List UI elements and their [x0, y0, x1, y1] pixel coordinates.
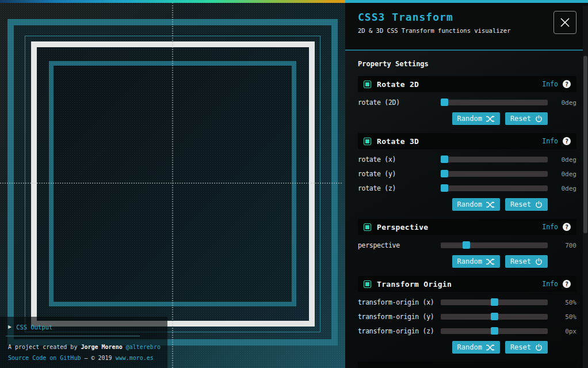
panel-header: CSS3 Transform 2D & 3D CSS Transform fun… [345, 3, 588, 51]
slider-row: transform-origin (x) 50% [358, 298, 576, 306]
slider-track[interactable] [441, 171, 548, 177]
section-rotate-3d: Rotate 3D Info ? rotate (x) 0deg rotate … [358, 133, 576, 211]
credits-copyright: — © 2019 [81, 355, 115, 361]
credits-prefix: A project created by [8, 344, 81, 350]
slider-handle[interactable] [491, 313, 498, 320]
slider-label: rotate (z) [358, 184, 441, 192]
random-button[interactable]: Random [452, 112, 500, 125]
info-link[interactable]: Info [542, 223, 558, 231]
reset-button[interactable]: Reset [505, 255, 548, 268]
credits-line-2: Source Code on GitHub — © 2019 www.moro.… [8, 352, 167, 363]
css-output-panel: ▶ CSS Output A project created by Jorge … [0, 317, 167, 368]
slider-value: 0deg [548, 156, 576, 164]
random-button[interactable]: Random [452, 255, 500, 268]
slider-row: perspective 700 [358, 241, 576, 249]
slider-row: rotate (x) 0deg [358, 155, 576, 164]
checkbox-checked-icon [365, 282, 369, 286]
shuffle-icon [486, 344, 495, 351]
shuffle-icon [486, 202, 495, 208]
section-enabled-checkbox[interactable] [364, 138, 371, 145]
slider-track[interactable] [441, 157, 548, 162]
slider-row: transform-origin (z) 0px [358, 327, 576, 335]
random-label: Random [457, 115, 482, 123]
help-icon[interactable]: ? [563, 137, 571, 145]
section-title: Rotate 2D [377, 80, 419, 89]
section-header: Rotate 3D Info ? [358, 133, 576, 149]
slider-label: perspective [358, 241, 441, 249]
settings-heading: Property Settings [358, 60, 576, 68]
slider-track[interactable] [441, 185, 548, 191]
slider-value: 0deg [548, 99, 576, 107]
author-handle-link[interactable]: @alterebro [126, 344, 161, 350]
section-enabled-checkbox[interactable] [364, 280, 371, 288]
info-link[interactable]: Info [542, 137, 558, 145]
collapse-arrow-icon: ▶ [8, 325, 12, 329]
section-header: Perspective Info ? [358, 219, 576, 235]
panel-scrollbar-track[interactable] [583, 6, 588, 368]
help-icon[interactable]: ? [563, 223, 571, 231]
css-output-toggle[interactable]: ▶ CSS Output [8, 324, 167, 331]
reset-label: Reset [510, 343, 531, 351]
shuffle-icon [486, 116, 495, 122]
slider-value: 0px [548, 328, 576, 335]
power-icon [535, 201, 543, 208]
slider-track[interactable] [441, 328, 548, 334]
slider-value: 0deg [548, 170, 576, 178]
website-link[interactable]: www.moro.es [116, 355, 154, 361]
credits-author: Jorge Moreno [81, 344, 122, 350]
section-perspective: Perspective Info ? perspective 700 Rando… [358, 219, 576, 268]
transform-visualizer-stage [0, 0, 345, 368]
reset-label: Reset [510, 257, 531, 265]
reset-button[interactable]: Reset [505, 341, 548, 354]
slider-handle[interactable] [441, 170, 448, 177]
info-link[interactable]: Info [542, 280, 558, 288]
help-icon[interactable]: ? [563, 80, 571, 88]
slider-row: transform-origin (y) 50% [358, 313, 576, 321]
random-button[interactable]: Random [452, 198, 500, 211]
slider-track[interactable] [441, 242, 548, 248]
random-label: Random [457, 257, 482, 265]
slider-track[interactable] [441, 299, 548, 305]
slider-track[interactable] [441, 100, 548, 105]
section-title: Perspective [377, 223, 428, 232]
section-actions: Random Reset [358, 341, 548, 354]
slider-value: 700 [548, 242, 576, 249]
source-code-link[interactable]: Source Code on GitHub [8, 355, 81, 361]
settings-panel: CSS3 Transform 2D & 3D CSS Transform fun… [345, 0, 588, 368]
slider-handle[interactable] [441, 184, 448, 192]
reset-button[interactable]: Reset [505, 198, 548, 211]
section-actions: Random Reset [358, 112, 548, 125]
slider-handle[interactable] [463, 241, 470, 249]
checkbox-checked-icon [365, 139, 369, 143]
random-label: Random [457, 200, 482, 208]
slider-label: transform-origin (x) [358, 298, 441, 306]
section-actions: Random Reset [358, 255, 548, 268]
slider-label: rotate (x) [358, 155, 441, 164]
section-enabled-checkbox[interactable] [364, 81, 371, 88]
top-gradient-bar [0, 0, 345, 3]
reset-button[interactable]: Reset [505, 112, 548, 125]
checkbox-checked-icon [365, 225, 369, 229]
slider-value: 0deg [548, 185, 576, 192]
close-button[interactable] [553, 11, 576, 34]
section-header: Transform Origin Info ? [358, 276, 576, 292]
slider-handle[interactable] [441, 98, 448, 106]
credits-line-1: A project created by Jorge Moreno @alter… [8, 342, 167, 352]
info-link[interactable]: Info [542, 80, 558, 88]
help-icon[interactable]: ? [563, 280, 571, 288]
panel-scrollbar-thumb[interactable] [583, 56, 587, 233]
next-section-header [358, 362, 576, 368]
slider-track[interactable] [441, 314, 548, 320]
slider-handle[interactable] [491, 327, 498, 335]
section-enabled-checkbox[interactable] [364, 223, 371, 231]
slider-label: transform-origin (y) [358, 313, 441, 321]
section-title: Transform Origin [377, 280, 452, 289]
section-actions: Random Reset [358, 198, 548, 211]
slider-value: 50% [548, 313, 576, 321]
slider-handle[interactable] [491, 298, 498, 306]
origin-crosshair-horizontal [0, 183, 342, 184]
random-button[interactable]: Random [452, 341, 500, 354]
reset-label: Reset [510, 115, 531, 123]
css-output-label: CSS Output [16, 324, 52, 331]
slider-handle[interactable] [441, 155, 448, 163]
